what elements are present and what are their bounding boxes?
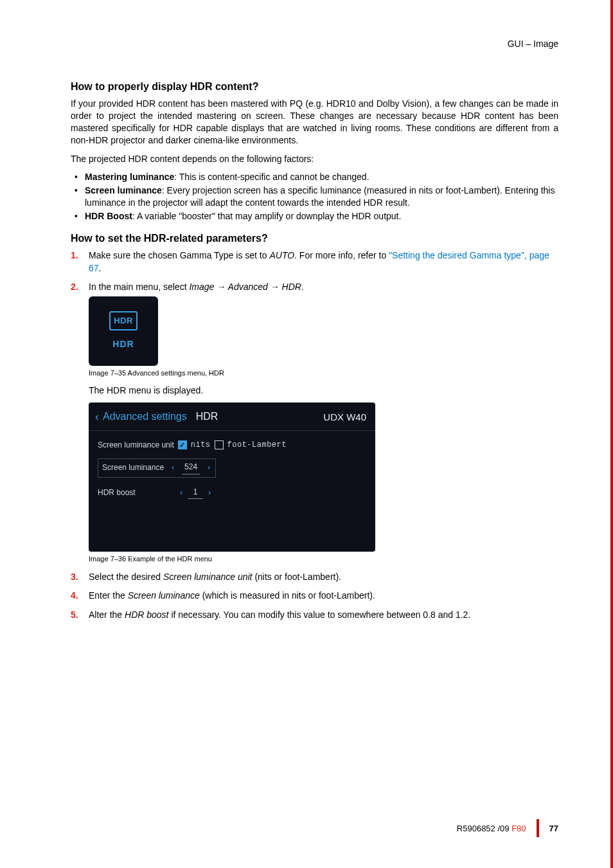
checkbox-nits[interactable]: ✓ xyxy=(178,440,187,449)
hdr-boost-value[interactable]: 1 xyxy=(188,487,203,500)
step2-path: Image → Advanced → HDR xyxy=(189,282,301,292)
panel-model: UDX W40 xyxy=(323,410,366,424)
bullet-item: Mastering luminance: This is content-spe… xyxy=(71,171,558,183)
bullet-item: HDR Boost: A variable "booster" that may… xyxy=(71,210,558,222)
decrement-icon[interactable]: ‹ xyxy=(170,462,175,473)
step5-i: HDR boost xyxy=(125,610,168,620)
hdr-menu-tile[interactable]: HDR HDR xyxy=(89,296,158,366)
step4-a: Enter the xyxy=(89,590,128,601)
hdr-boost-row: HDR boost ‹ 1 › xyxy=(98,487,366,500)
step1-auto: AUTO xyxy=(269,250,294,260)
step4-b: (which is measured in nits or foot-Lambe… xyxy=(200,590,375,601)
step3-b: (nits or foot-Lambert). xyxy=(253,572,342,582)
figure-caption-35: Image 7–35 Advanced settings menu, HDR xyxy=(89,368,558,378)
step3-a: Select the desired xyxy=(89,572,163,582)
luminance-unit-row: Screen luminance unit ✓ nits ✓ foot-Lamb… xyxy=(98,440,366,451)
step4-i: Screen luminance xyxy=(128,590,200,601)
page-accent-bar xyxy=(610,0,613,868)
page-footer: R5906852 /09 F80 77 xyxy=(457,819,558,837)
bullet-strong: Screen luminance xyxy=(85,185,162,195)
hdr-tile-label: HDR xyxy=(112,338,134,351)
panel-breadcrumb[interactable]: Advanced settings xyxy=(103,410,187,424)
page-number: 77 xyxy=(549,824,558,833)
hdr-menu-panel: ‹ Advanced settings HDR UDX W40 Screen l… xyxy=(89,402,375,552)
option-nits[interactable]: nits xyxy=(191,440,211,451)
steps-list: 1. Make sure the chosen Gamma Type is se… xyxy=(71,249,558,622)
screen-luminance-row: Screen luminance ‹ 524 › xyxy=(98,458,366,478)
section1-p2: The projected HDR content depends on the… xyxy=(71,153,558,165)
increment-icon[interactable]: › xyxy=(207,487,212,498)
step-1: 1. Make sure the chosen Gamma Type is se… xyxy=(71,249,558,275)
increment-icon[interactable]: › xyxy=(206,462,211,473)
panel-title-row: ‹ Advanced settings HDR UDX W40 xyxy=(89,402,375,431)
back-icon[interactable]: ‹ xyxy=(95,409,99,425)
panel-body: Screen luminance unit ✓ nits ✓ foot-Lamb… xyxy=(89,431,375,552)
step-5: 5. Alter the HDR boost if necessary. You… xyxy=(71,609,558,622)
screen-luminance-field[interactable]: Screen luminance ‹ 524 › xyxy=(98,458,216,478)
step-number: 4. xyxy=(71,590,78,602)
checkbox-footlambert[interactable]: ✓ xyxy=(215,440,224,449)
section2-heading: How to set the HDR-related parameters? xyxy=(71,233,558,244)
step-3: 3. Select the desired Screen luminance u… xyxy=(71,571,558,584)
footer-model: F80 xyxy=(511,824,526,833)
step-number: 1. xyxy=(71,249,78,262)
footer-rule xyxy=(537,819,539,837)
step2-text-a: In the main menu, select xyxy=(89,282,189,292)
step2-text-b: . xyxy=(301,282,304,292)
bullet-item: Screen luminance: Every projection scree… xyxy=(71,185,558,209)
bullet-strong: HDR Boost xyxy=(85,211,132,221)
step1-text-b: . For more info, refer to xyxy=(294,250,389,260)
section1-p1: If your provided HDR content has been ma… xyxy=(71,98,558,147)
step1-text-a: Make sure the chosen Gamma Type is set t… xyxy=(89,250,269,260)
decrement-icon[interactable]: ‹ xyxy=(179,487,184,498)
step-number: 3. xyxy=(71,571,78,584)
step1-text-c: . xyxy=(99,263,102,273)
screen-luminance-value[interactable]: 524 xyxy=(182,462,200,475)
figure-caption-36: Image 7–36 Example of the HDR menu xyxy=(89,554,558,564)
screen-luminance-label: Screen luminance xyxy=(102,462,164,473)
step5-b: if necessary. You can modify this value … xyxy=(169,610,471,620)
step-number: 2. xyxy=(71,281,78,294)
panel-title: HDR xyxy=(196,410,218,424)
footer-doc: R5906852 /09 F80 xyxy=(457,824,526,833)
step5-a: Alter the xyxy=(89,610,125,620)
luminance-unit-label: Screen luminance unit xyxy=(98,440,174,451)
step-2: 2. In the main menu, select Image → Adva… xyxy=(71,281,558,565)
breadcrumb: GUI – Image xyxy=(71,39,558,49)
section1-heading: How to properly display HDR content? xyxy=(71,81,558,93)
section1-bullets: Mastering luminance: This is content-spe… xyxy=(71,171,558,222)
option-footlambert[interactable]: foot-Lambert xyxy=(227,440,287,451)
step3-i: Screen luminance unit xyxy=(163,572,253,582)
step-number: 5. xyxy=(71,609,78,622)
footer-docnum: R5906852 /09 xyxy=(457,824,511,833)
hdr-boost-label: HDR boost xyxy=(98,487,175,498)
hdr-icon: HDR xyxy=(109,311,138,330)
hdr-displayed-text: The HDR menu is displayed. xyxy=(89,384,558,397)
bullet-strong: Mastering luminance xyxy=(85,172,174,182)
bullet-rest: : This is content-specific and cannot be… xyxy=(174,172,369,182)
step-4: 4. Enter the Screen luminance (which is … xyxy=(71,590,558,602)
bullet-rest: : A variable "booster" that may amplify … xyxy=(132,211,401,221)
